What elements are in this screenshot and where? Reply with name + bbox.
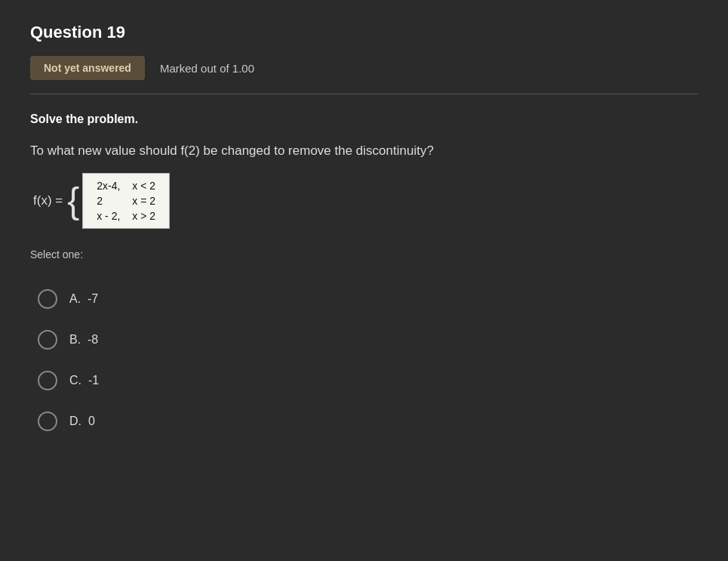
piecewise-rows: 2x-4, x < 2 2 x = 2 x - 2, x > 2 [91, 178, 161, 223]
option-b-label: B. -8 [69, 333, 98, 347]
option-c-label: C. -1 [69, 374, 99, 387]
not-answered-badge: Not yet answered [30, 56, 145, 80]
question-text-content: To what new value should f(2) be changed… [30, 143, 434, 158]
piecewise-cond-2: x = 2 [126, 193, 161, 208]
option-d[interactable]: D. 0 [30, 401, 698, 442]
radio-a[interactable] [38, 289, 57, 309]
piecewise-cond-3: x > 2 [126, 208, 161, 223]
piecewise-brace: { [67, 183, 79, 219]
option-d-label: D. 0 [69, 415, 95, 428]
radio-d[interactable] [38, 412, 57, 431]
page-container: Question 19 Not yet answered Marked out … [0, 0, 728, 561]
select-one-label: Select one: [30, 248, 698, 260]
piecewise-expr-1: 2x-4, [91, 178, 126, 193]
option-a-label: A. -7 [69, 292, 98, 306]
piecewise-expr-2: 2 [91, 193, 126, 208]
question-title: Question 19 [30, 23, 698, 42]
question-text: To what new value should f(2) be changed… [30, 141, 698, 161]
radio-c[interactable] [38, 371, 57, 390]
question-body: To what new value should f(2) be changed… [30, 141, 698, 241]
piecewise-expr-3: x - 2, [91, 208, 126, 223]
piecewise-cond-1: x < 2 [126, 178, 161, 193]
fx-label: f(x) = [33, 193, 63, 208]
piecewise-row-1: 2x-4, x < 2 [91, 178, 161, 193]
radio-b[interactable] [38, 330, 57, 350]
divider [30, 94, 698, 94]
option-b[interactable]: B. -8 [30, 319, 698, 360]
piecewise-container: f(x) = { 2x-4, x < 2 2 x = 2 x - 2, x > … [33, 173, 170, 229]
question-meta: Not yet answered Marked out of 1.00 [30, 56, 698, 80]
option-a[interactable]: A. -7 [30, 279, 698, 319]
piecewise-row-2: 2 x = 2 [91, 193, 161, 208]
piecewise-table: 2x-4, x < 2 2 x = 2 x - 2, x > 2 [82, 173, 170, 229]
problem-heading: Solve the problem. [30, 113, 698, 126]
options-list: A. -7 B. -8 C. -1 D. 0 [30, 279, 698, 442]
marked-out-label: Marked out of 1.00 [160, 62, 254, 75]
piecewise-row-3: x - 2, x > 2 [91, 208, 161, 223]
option-c[interactable]: C. -1 [30, 360, 698, 401]
